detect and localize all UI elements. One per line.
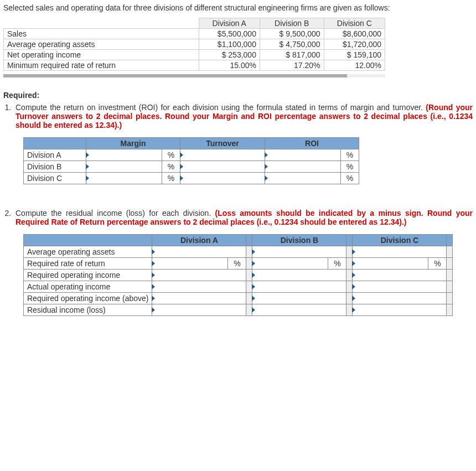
caret-icon [180,152,183,158]
caret-icon [152,249,155,255]
turnover-input[interactable] [180,173,265,184]
caret-icon [352,296,355,301]
turnover-input[interactable] [180,161,265,173]
caret-icon [252,249,255,255]
unit-percent: % [328,258,346,270]
row-label: Sales [4,29,199,39]
q2-row: Actual operating income [24,281,152,293]
roi-input[interactable] [265,161,341,173]
q2-input[interactable] [252,246,346,258]
caret-icon [152,272,155,278]
data-col-c: Division C [324,18,385,29]
margin-input[interactable] [86,149,162,161]
divider-bar [3,74,385,77]
caret-icon [252,307,255,313]
intro-text: Selected sales and operating data for th… [3,3,473,12]
caret-icon [352,284,355,289]
unit-percent: % [341,161,359,173]
q1-col-roi: ROI [265,138,359,149]
caret-icon [252,272,255,278]
q2-input[interactable] [353,246,447,258]
caret-icon [152,284,155,289]
q2-input[interactable] [252,304,346,316]
q2-col-a: Division A [152,235,246,246]
unit-percent: % [341,173,359,184]
turnover-input[interactable] [180,149,265,161]
q2-input[interactable] [152,293,246,304]
q2-input[interactable] [152,258,228,270]
unit-percent: % [162,161,180,173]
data-col-b: Division B [260,18,324,29]
row-label: Minimum required rate of return [4,60,199,71]
caret-icon [152,307,155,313]
caret-icon [180,164,183,169]
unit-percent: % [162,173,180,184]
data-table: Division A Division B Division C Sales $… [3,18,385,71]
q2-row: Required rate of return [24,258,152,270]
q2-row: Residual income (loss) [24,304,152,316]
caret-icon [352,261,355,266]
caret-icon [152,261,155,266]
q1-text: Compute the return on investment (ROI) f… [15,103,426,112]
q2-col-c: Division C [353,235,447,246]
caret-icon [352,307,355,313]
q2-table: Division A Division B Division C Average… [23,234,453,316]
q2-input[interactable] [353,304,447,316]
unit-percent: % [162,149,180,161]
caret-icon [180,175,183,181]
q2-row: Required operating income [24,270,152,281]
q2-input[interactable] [353,293,447,304]
unit-percent: % [228,258,246,270]
q2-text: Compute the residual income (loss) for e… [15,209,215,218]
roi-input[interactable] [265,149,341,161]
question-1: Compute the return on investment (ROI) f… [13,103,473,184]
q2-input[interactable] [152,246,246,258]
caret-icon [152,296,155,301]
unit-percent: % [341,149,359,161]
caret-icon [352,272,355,278]
q2-row: Average operating assets [24,246,152,258]
margin-input[interactable] [86,173,162,184]
q2-input[interactable] [252,293,346,304]
q1-row-a: Division A [24,149,86,161]
caret-icon [86,164,89,169]
question-2: Compute the residual income (loss) for e… [13,209,473,316]
q2-input[interactable] [252,281,346,293]
caret-icon [265,164,268,169]
caret-icon [352,249,355,255]
caret-icon [265,152,268,158]
margin-input[interactable] [86,161,162,173]
caret-icon [265,175,268,181]
q2-row: Required operating income (above) [24,293,152,304]
data-col-a: Division A [199,18,260,29]
required-label: Required: [3,91,473,100]
q2-input[interactable] [252,258,328,270]
q2-input[interactable] [152,281,246,293]
q1-row-b: Division B [24,161,86,173]
q2-input[interactable] [252,270,346,281]
caret-icon [252,296,255,301]
q2-input[interactable] [353,281,447,293]
caret-icon [252,261,255,266]
caret-icon [86,175,89,181]
q2-input[interactable] [152,304,246,316]
q2-input[interactable] [152,270,246,281]
unit-percent: % [428,258,447,270]
q1-table: Margin Turnover ROI Division A % % Divis… [23,137,359,184]
caret-icon [86,152,89,158]
row-label: Average operating assets [4,39,199,50]
q1-col-margin: Margin [86,138,180,149]
q1-row-c: Division C [24,173,86,184]
roi-input[interactable] [265,173,341,184]
q1-col-turnover: Turnover [180,138,265,149]
caret-icon [252,284,255,289]
q2-input[interactable] [353,258,428,270]
q2-col-b: Division B [252,235,346,246]
row-label: Net operating income [4,50,199,60]
q2-input[interactable] [353,270,447,281]
